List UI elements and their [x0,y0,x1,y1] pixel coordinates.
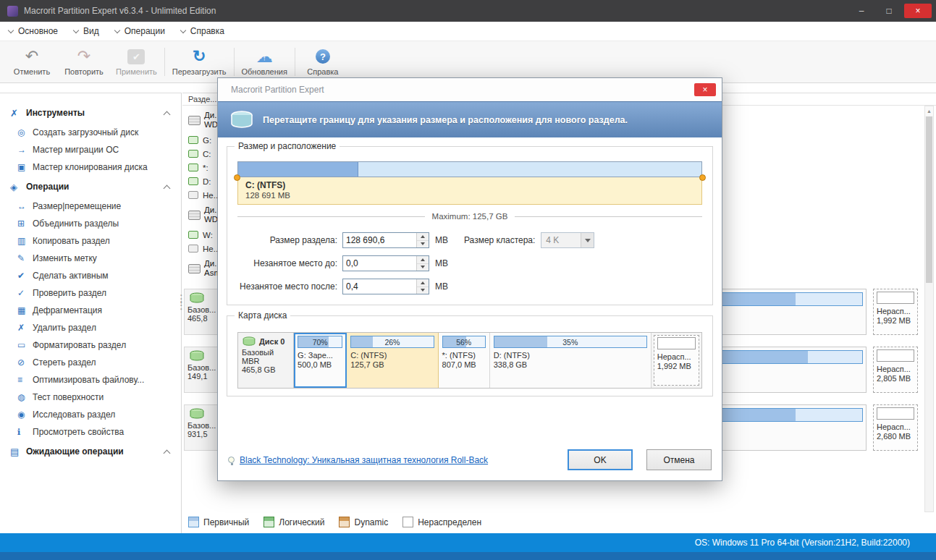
os-info: OS: Windows 11 Pro 64-bit (Version:21H2,… [695,538,910,548]
scrollbar-thumb[interactable] [926,116,932,283]
operations-icon: ◈ [10,182,26,192]
dropdown-icon[interactable] [581,233,594,247]
scroll-up-icon[interactable]: ▲ [925,106,933,116]
menu-help[interactable]: Справка [181,26,224,36]
map-unallocated[interactable]: Нерасп... 1,992 MB [654,335,699,386]
map-partition-d[interactable]: 35% D: (NTFS) 338,8 GB [490,333,652,388]
cancel-button[interactable]: Отмена [646,449,712,470]
maximize-button[interactable]: □ [877,4,901,18]
dynamic-swatch-icon [339,517,350,527]
sidebar-item-copy[interactable]: ▥Копировать раздел [0,232,181,250]
explore-icon: ◉ [17,410,33,420]
usage-bar: 26% [350,336,434,348]
sidebar-item-surface-test[interactable]: ◍Тест поверхности [0,389,181,406]
partition-icon [188,136,198,144]
partition-size: 128 691 MB [245,191,694,200]
sidebar-item-resize[interactable]: ↔Размер|перемещение [0,198,181,215]
unallocated-cell[interactable]: Нерасп...2,805 MB [873,347,918,393]
spin-down-icon[interactable] [417,263,429,271]
menu-operations[interactable]: Операции [115,26,165,36]
menu-main[interactable]: Основное [9,26,58,36]
menu-view[interactable]: Вид [74,26,99,36]
bootdisk-icon: ◎ [17,127,33,137]
help-button[interactable]: ? Справка [297,41,349,82]
black-technology-link-row: Black Technology: Уникальная защитная те… [228,455,488,465]
disk-map-group: Карта диска Диск 0 Базовый MBR 465,8 GB … [227,315,713,396]
spin-up-icon[interactable] [417,256,429,263]
free-before-input[interactable] [343,256,416,271]
sidebar-item-wipe[interactable]: ⊘Стереть раздел [0,354,181,371]
close-button[interactable]: × [904,4,932,18]
section-tools[interactable]: ✗ Инструменты [0,102,181,124]
vertical-scrollbar[interactable]: ▲ [924,106,934,512]
sidebar-item-set-active[interactable]: ✔Сделать активным [0,267,181,284]
dialog-close-button[interactable]: × [694,83,716,96]
unallocated-cell[interactable]: Нерасп...2,680 MB [873,404,918,451]
black-technology-link[interactable]: Black Technology: Уникальная защитная те… [240,455,488,465]
map-partition-c[interactable]: 26% C: (NTFS) 125,7 GB [347,333,438,388]
menu-label: Основное [18,26,58,36]
section-title: Инструменты [26,108,85,118]
partition-size-input[interactable] [343,233,416,247]
sidebar-item-delete[interactable]: ✗Удалить раздел [0,319,181,336]
disk-stack-icon [188,264,201,273]
ok-button[interactable]: OK [568,449,633,470]
menu-label: Вид [83,26,99,36]
sidebar-item-clone-disk[interactable]: ▣Мастер клонирования диска [0,158,181,176]
partition-size-spinner [342,232,429,248]
help-icon: ? [316,49,330,64]
menu-label: Операции [125,26,165,36]
disk-icon [242,336,256,347]
wipe-icon: ⊘ [17,357,33,368]
sidebar-item-check[interactable]: ✓Проверить раздел [0,284,181,302]
set-active-icon: ✔ [17,271,33,281]
sidebar-item-format[interactable]: ▭Форматировать раздел [0,336,181,354]
updates-icon: ☁↑ [256,48,273,65]
sidebar-item-defrag[interactable]: ▦Дефрагментация [0,302,181,319]
sidebar-item-label[interactable]: ✎Изменить метку [0,250,181,267]
unallocated-cell[interactable]: Нерасп...1,992 MB [873,289,918,335]
spin-up-icon[interactable] [417,233,429,240]
apply-button[interactable]: ✔ Применить [110,41,163,82]
right-drag-handle[interactable] [699,174,706,181]
free-after-spinner [342,279,429,294]
spin-down-icon[interactable] [417,287,429,294]
left-drag-handle[interactable] [234,174,240,181]
undo-button[interactable]: ↶ Отменить [6,41,58,82]
merge-icon: ⊞ [17,219,33,229]
empty-bar [877,292,914,304]
reload-button[interactable]: ↻ Перезагрузить [166,41,232,82]
slider-track[interactable] [237,161,702,177]
redo-button[interactable]: ↷ Повторить [58,41,110,82]
map-partition-star[interactable]: 56% *: (NTFS) 807,0 MB [439,333,490,388]
group-title: Размер и расположение [235,141,340,151]
section-title: Операции [26,182,69,192]
partition-icon [188,164,198,171]
updates-button[interactable]: ☁↑ Обновления [236,41,293,82]
minimize-button[interactable]: – [849,4,874,18]
legend-unallocated: Нераспределен [402,517,481,527]
map-partition-g[interactable]: 70% G: Заре... 500,0 MB [294,333,347,388]
sidebar-item-bootdisk[interactable]: ◎Создать загрузочный диск [0,124,181,141]
spin-up-icon[interactable] [417,279,429,287]
cluster-size-select[interactable]: 4 K [541,232,594,248]
partition-icon [188,231,198,239]
sidebar-item-optimize[interactable]: ≡Оптимизировать файлову... [0,371,181,389]
sidebar-item-properties[interactable]: ℹПросмотреть свойства [0,423,181,441]
chevron-up-icon [164,184,171,192]
undo-label: Отменить [14,67,50,76]
group-title: Карта диска [235,310,290,321]
sidebar-item-merge[interactable]: ⊞Объединить разделы [0,215,181,232]
slider-info: C: (NTFS) 128 691 MB [237,177,702,205]
spin-down-icon[interactable] [417,240,429,248]
section-operations[interactable]: ◈ Операции [0,176,181,198]
disk-info-cell: Диск 0 Базовый MBR 465,8 GB [238,333,294,388]
section-pending-operations[interactable]: ▤ Ожидающие операции [0,441,181,462]
sidebar-item-os-migration[interactable]: →Мастер миграции ОС [0,141,181,158]
updates-label: Обновления [242,67,287,76]
sidebar-item-explore[interactable]: ◉Исследовать раздел [0,406,181,423]
redo-label: Повторить [64,67,104,76]
legend: Первичный Логический Dynamic Нераспредел… [188,517,481,527]
free-after-input[interactable] [343,279,416,294]
partition-slider[interactable]: C: (NTFS) 128 691 MB [237,161,702,205]
